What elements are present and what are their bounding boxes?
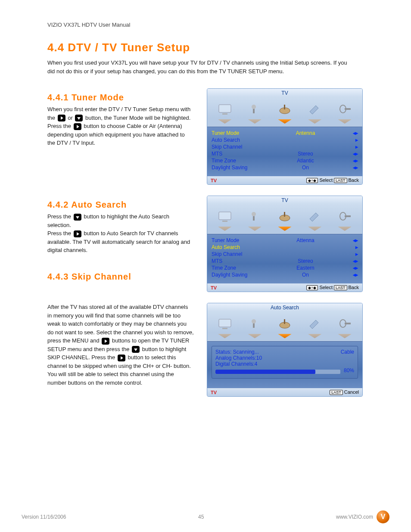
menu-label: MTS — [212, 151, 263, 157]
svg-point-19 — [252, 319, 256, 324]
scan-status: Status: Scanning... — [215, 349, 259, 355]
svg-rect-17 — [222, 328, 227, 329]
menu-value: Attenna — [282, 237, 329, 243]
menu-label: Daylight Saving — [212, 272, 263, 278]
parental-icon — [333, 101, 356, 118]
menu-row: MTSStereo◂▸ — [212, 150, 358, 157]
down-arrow-icon — [74, 214, 81, 221]
chevron-down-icon — [218, 119, 232, 124]
brand-logo-icon: V — [377, 510, 389, 523]
chevron-down-icon — [308, 334, 322, 338]
menu-label: Auto Search — [212, 244, 263, 250]
chevron-down-icon — [218, 334, 232, 338]
left-right-arrow-icon: ◂▸ — [348, 258, 358, 264]
subsection-tuner-mode: 4.4.1 Tuner Mode — [47, 93, 198, 103]
nav-last-key: LAST — [334, 285, 347, 290]
menu-value: On — [282, 272, 329, 278]
tuner-mode-p4: Press the — [47, 123, 73, 129]
right-arrow-icon: ▸ — [348, 144, 358, 150]
digital-channels: Digital Channels:4 — [215, 361, 354, 367]
menu-value: Stereo — [282, 258, 329, 264]
svg-point-11 — [252, 212, 256, 216]
menu-label: Time Zone — [212, 158, 263, 164]
subsection-auto-search: 4.4.2 Auto Search — [47, 200, 198, 210]
parental-icon — [333, 208, 356, 225]
svg-rect-13 — [284, 212, 285, 217]
setup-icon — [304, 101, 326, 118]
menu-label: Skip Channel — [212, 251, 263, 257]
svg-rect-7 — [345, 108, 351, 110]
osd-title: Auto Search — [207, 303, 362, 311]
left-right-arrow-icon: ◂▸ — [348, 158, 358, 164]
svg-rect-21 — [284, 319, 285, 324]
left-right-arrow-icon: ◂▸ — [348, 265, 358, 271]
menu-label: Auto Search — [212, 137, 263, 143]
nav-select-key: ◆÷◆ — [306, 285, 318, 290]
chevron-down-icon — [308, 119, 322, 124]
left-right-arrow-icon: ◂▸ — [348, 151, 358, 157]
menu-label: Tuner Mode — [212, 237, 263, 243]
right-arrow-icon — [74, 230, 81, 237]
tuner-mode-p3: button, the Tuner Mode will be highlight… — [85, 115, 190, 121]
menu-value: Eastern — [282, 265, 329, 271]
right-arrow-icon: ▸ — [348, 244, 358, 250]
auto-search-p1: Press the — [47, 213, 73, 220]
analog-channels: Analog Channels:10 — [215, 355, 354, 361]
right-arrow-icon — [58, 115, 65, 121]
chevron-down-icon — [278, 334, 292, 338]
tuner-mode-text: When you first enter the DTV / TV Tuner … — [47, 105, 194, 147]
menu-row: Time ZoneEastern◂▸ — [212, 264, 358, 271]
chevron-down-icon — [218, 227, 232, 231]
svg-rect-0 — [219, 105, 231, 112]
svg-rect-23 — [345, 323, 351, 324]
menu-label: Daylight Saving — [212, 165, 263, 171]
left-right-arrow-icon: ◂▸ — [348, 130, 358, 136]
menu-row: MTSStereo◂▸ — [212, 258, 358, 264]
osd-panel-auto-search: TV Tuner ModeAttenna◂▸Auto Search▸Skip C… — [207, 196, 363, 292]
scan-status-box: Status: Scanning... Cable Analog Channel… — [212, 346, 358, 379]
menu-label: Skip Channel — [212, 144, 263, 150]
menu-row: Auto Search▸ — [212, 137, 358, 143]
menu-value: On — [282, 165, 329, 171]
footer-url: www.VIZIO.com — [336, 514, 373, 520]
osd-icon-row — [207, 96, 362, 118]
scan-mode: Cable — [341, 349, 354, 355]
footer-version: Version 11/16/2006 — [22, 514, 66, 520]
menu-value: Antenna — [282, 130, 329, 136]
chevron-down-icon — [248, 119, 262, 124]
section-title: 4.4 DTV / TV Tuner Setup — [47, 41, 385, 54]
svg-rect-16 — [219, 319, 231, 327]
nav-last-key: LAST — [330, 390, 343, 395]
chevron-down-icon — [278, 119, 292, 124]
chevron-down-icon — [338, 334, 352, 338]
footer-page-number: 45 — [198, 514, 204, 520]
header-product: VIZIO VX37L HDTV User Manual — [47, 22, 385, 28]
menu-row: Auto Search▸ — [212, 244, 358, 251]
svg-point-3 — [252, 105, 256, 109]
menu-row: Tuner ModeAttenna◂▸ — [212, 237, 358, 244]
nav-last-key: LAST — [334, 178, 347, 183]
menu-row: Skip Channel▸ — [212, 251, 358, 258]
osd-footer-source: TV — [211, 178, 217, 183]
osd-footer-source: TV — [211, 390, 217, 395]
down-arrow-icon — [75, 115, 83, 121]
chevron-down-icon — [338, 227, 352, 231]
menu-label: MTS — [212, 258, 263, 264]
chevron-down-icon — [308, 227, 322, 231]
right-arrow-icon: ▸ — [348, 137, 358, 143]
tuner-mode-p2: or — [68, 115, 74, 121]
osd-title: TV — [207, 89, 362, 96]
picture-icon — [214, 315, 236, 333]
svg-rect-15 — [345, 215, 351, 217]
menu-row: Tuner ModeAntenna◂▸ — [212, 130, 358, 137]
nav-select-key: ◆÷◆ — [306, 178, 318, 183]
picture-icon — [214, 101, 236, 118]
menu-value: Atlantic — [282, 158, 329, 164]
osd-panel-tuner-mode: TV Tuner ModeAntenna◂▸Auto Search▸Skip C… — [207, 88, 363, 185]
chevron-down-icon — [278, 227, 292, 231]
intro-text: When you first used your VX37L you will … — [47, 59, 349, 75]
progress-percent: 80% — [344, 367, 354, 373]
svg-rect-9 — [222, 221, 227, 222]
right-arrow-icon — [74, 123, 81, 130]
svg-rect-5 — [284, 105, 285, 109]
